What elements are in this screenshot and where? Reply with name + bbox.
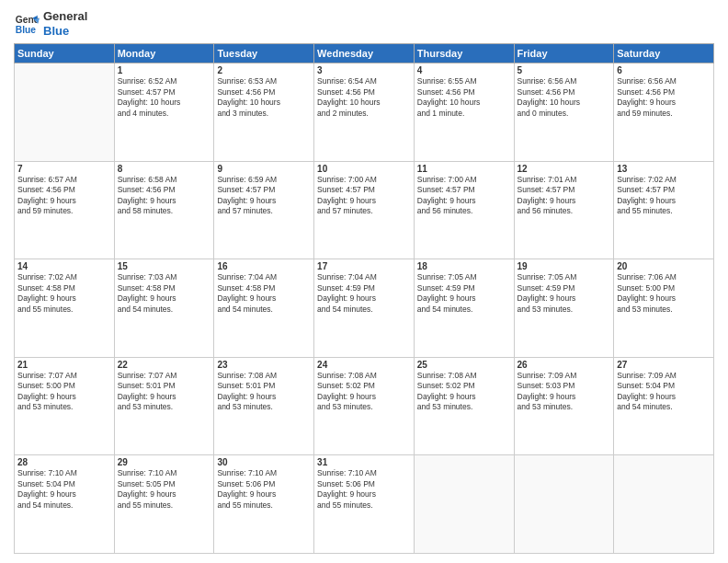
calendar-week-row: 28Sunrise: 7:10 AMSunset: 5:04 PMDayligh… — [15, 455, 714, 554]
day-number: 7 — [17, 164, 111, 174]
calendar-cell — [414, 455, 514, 554]
calendar-cell: 16Sunrise: 7:04 AMSunset: 4:58 PMDayligh… — [214, 259, 314, 358]
day-number: 6 — [617, 65, 711, 75]
logo: General Blue General Blue — [14, 9, 87, 38]
day-number: 18 — [417, 261, 511, 271]
weekday-header-saturday: Saturday — [614, 44, 714, 63]
day-number: 29 — [118, 457, 211, 467]
day-info: Sunrise: 7:04 AMSunset: 4:58 PMDaylight:… — [217, 272, 311, 315]
calendar-cell: 3Sunrise: 6:54 AMSunset: 4:56 PMDaylight… — [314, 63, 415, 162]
calendar-table: SundayMondayTuesdayWednesdayThursdayFrid… — [14, 43, 714, 554]
day-number: 11 — [417, 164, 511, 174]
calendar-cell: 31Sunrise: 7:10 AMSunset: 5:06 PMDayligh… — [314, 455, 415, 554]
calendar-cell: 24Sunrise: 7:08 AMSunset: 5:02 PMDayligh… — [314, 357, 415, 455]
calendar-cell: 21Sunrise: 7:07 AMSunset: 5:00 PMDayligh… — [15, 357, 115, 455]
day-number: 30 — [217, 457, 311, 467]
day-info: Sunrise: 6:54 AMSunset: 4:56 PMDaylight:… — [317, 76, 411, 119]
weekday-header-sunday: Sunday — [15, 44, 115, 63]
calendar-cell: 1Sunrise: 6:52 AMSunset: 4:57 PMDaylight… — [114, 63, 214, 162]
header: General Blue General Blue — [14, 9, 714, 38]
calendar-cell: 23Sunrise: 7:08 AMSunset: 5:01 PMDayligh… — [214, 357, 314, 455]
calendar-cell: 9Sunrise: 6:59 AMSunset: 4:57 PMDaylight… — [214, 161, 314, 259]
day-number: 25 — [417, 360, 511, 370]
weekday-header-wednesday: Wednesday — [314, 44, 415, 63]
day-number: 3 — [317, 65, 411, 75]
day-info: Sunrise: 7:08 AMSunset: 5:02 PMDaylight:… — [417, 371, 511, 413]
day-info: Sunrise: 7:08 AMSunset: 5:01 PMDaylight:… — [217, 371, 311, 413]
calendar-cell: 27Sunrise: 7:09 AMSunset: 5:04 PMDayligh… — [614, 357, 714, 455]
calendar-cell: 26Sunrise: 7:09 AMSunset: 5:03 PMDayligh… — [514, 357, 614, 455]
day-info: Sunrise: 7:10 AMSunset: 5:04 PMDaylight:… — [17, 468, 111, 511]
calendar-cell: 17Sunrise: 7:04 AMSunset: 4:59 PMDayligh… — [314, 259, 415, 358]
calendar-cell: 10Sunrise: 7:00 AMSunset: 4:57 PMDayligh… — [314, 161, 415, 259]
day-info: Sunrise: 6:58 AMSunset: 4:56 PMDaylight:… — [118, 175, 211, 217]
day-info: Sunrise: 7:06 AMSunset: 5:00 PMDaylight:… — [617, 272, 711, 315]
calendar-cell: 28Sunrise: 7:10 AMSunset: 5:04 PMDayligh… — [15, 455, 115, 554]
day-number: 5 — [518, 65, 611, 75]
calendar-week-row: 1Sunrise: 6:52 AMSunset: 4:57 PMDaylight… — [15, 63, 714, 162]
day-info: Sunrise: 7:08 AMSunset: 5:02 PMDaylight:… — [317, 371, 411, 413]
day-info: Sunrise: 6:56 AMSunset: 4:56 PMDaylight:… — [617, 76, 711, 119]
day-info: Sunrise: 7:05 AMSunset: 4:59 PMDaylight:… — [417, 272, 511, 315]
day-number: 17 — [317, 261, 411, 271]
weekday-header-row: SundayMondayTuesdayWednesdayThursdayFrid… — [15, 44, 714, 63]
day-number: 12 — [518, 164, 611, 174]
logo-icon: General Blue — [14, 11, 40, 37]
calendar-cell: 2Sunrise: 6:53 AMSunset: 4:56 PMDaylight… — [214, 63, 314, 162]
day-number: 31 — [317, 457, 411, 467]
day-info: Sunrise: 7:10 AMSunset: 5:05 PMDaylight:… — [118, 468, 211, 511]
day-info: Sunrise: 7:07 AMSunset: 5:01 PMDaylight:… — [118, 371, 211, 413]
calendar-week-row: 7Sunrise: 6:57 AMSunset: 4:56 PMDaylight… — [15, 161, 714, 259]
calendar-cell: 7Sunrise: 6:57 AMSunset: 4:56 PMDaylight… — [15, 161, 115, 259]
calendar-cell: 15Sunrise: 7:03 AMSunset: 4:58 PMDayligh… — [114, 259, 214, 358]
calendar-cell: 18Sunrise: 7:05 AMSunset: 4:59 PMDayligh… — [414, 259, 514, 358]
calendar-cell: 6Sunrise: 6:56 AMSunset: 4:56 PMDaylight… — [614, 63, 714, 162]
day-info: Sunrise: 7:09 AMSunset: 5:03 PMDaylight:… — [518, 371, 611, 413]
day-info: Sunrise: 7:03 AMSunset: 4:58 PMDaylight:… — [118, 272, 211, 315]
day-number: 1 — [118, 65, 211, 75]
calendar-cell: 11Sunrise: 7:00 AMSunset: 4:57 PMDayligh… — [414, 161, 514, 259]
calendar-cell: 14Sunrise: 7:02 AMSunset: 4:58 PMDayligh… — [15, 259, 115, 358]
day-info: Sunrise: 7:00 AMSunset: 4:57 PMDaylight:… — [417, 175, 511, 217]
calendar-cell — [514, 455, 614, 554]
day-info: Sunrise: 7:10 AMSunset: 5:06 PMDaylight:… — [317, 468, 411, 511]
calendar-cell: 13Sunrise: 7:02 AMSunset: 4:57 PMDayligh… — [614, 161, 714, 259]
day-number: 16 — [217, 261, 311, 271]
day-number: 19 — [518, 261, 611, 271]
day-info: Sunrise: 6:52 AMSunset: 4:57 PMDaylight:… — [118, 76, 211, 119]
weekday-header-monday: Monday — [114, 44, 214, 63]
calendar-cell: 29Sunrise: 7:10 AMSunset: 5:05 PMDayligh… — [114, 455, 214, 554]
day-info: Sunrise: 6:57 AMSunset: 4:56 PMDaylight:… — [17, 175, 111, 217]
day-number: 24 — [317, 360, 411, 370]
calendar-cell — [614, 455, 714, 554]
day-number: 22 — [118, 360, 211, 370]
day-number: 9 — [217, 164, 311, 174]
calendar-cell: 4Sunrise: 6:55 AMSunset: 4:56 PMDaylight… — [414, 63, 514, 162]
day-info: Sunrise: 6:53 AMSunset: 4:56 PMDaylight:… — [217, 76, 311, 119]
day-number: 10 — [317, 164, 411, 174]
calendar-cell: 8Sunrise: 6:58 AMSunset: 4:56 PMDaylight… — [114, 161, 214, 259]
calendar-cell — [15, 63, 115, 162]
logo-text: General Blue — [43, 9, 87, 38]
day-info: Sunrise: 6:59 AMSunset: 4:57 PMDaylight:… — [217, 175, 311, 217]
day-number: 20 — [617, 261, 711, 271]
svg-text:Blue: Blue — [16, 25, 37, 35]
day-number: 15 — [118, 261, 211, 271]
day-info: Sunrise: 7:10 AMSunset: 5:06 PMDaylight:… — [217, 468, 311, 511]
day-info: Sunrise: 7:09 AMSunset: 5:04 PMDaylight:… — [617, 371, 711, 413]
day-number: 14 — [17, 261, 111, 271]
day-number: 26 — [518, 360, 611, 370]
page: General Blue General Blue SundayMondayTu… — [0, 0, 728, 563]
weekday-header-friday: Friday — [514, 44, 614, 63]
day-info: Sunrise: 7:02 AMSunset: 4:58 PMDaylight:… — [17, 272, 111, 315]
day-info: Sunrise: 7:02 AMSunset: 4:57 PMDaylight:… — [617, 175, 711, 217]
day-number: 27 — [617, 360, 711, 370]
calendar-cell: 5Sunrise: 6:56 AMSunset: 4:56 PMDaylight… — [514, 63, 614, 162]
calendar-cell: 25Sunrise: 7:08 AMSunset: 5:02 PMDayligh… — [414, 357, 514, 455]
calendar-week-row: 21Sunrise: 7:07 AMSunset: 5:00 PMDayligh… — [15, 357, 714, 455]
day-number: 8 — [118, 164, 211, 174]
day-info: Sunrise: 7:04 AMSunset: 4:59 PMDaylight:… — [317, 272, 411, 315]
day-number: 21 — [17, 360, 111, 370]
day-number: 23 — [217, 360, 311, 370]
day-info: Sunrise: 7:01 AMSunset: 4:57 PMDaylight:… — [518, 175, 611, 217]
